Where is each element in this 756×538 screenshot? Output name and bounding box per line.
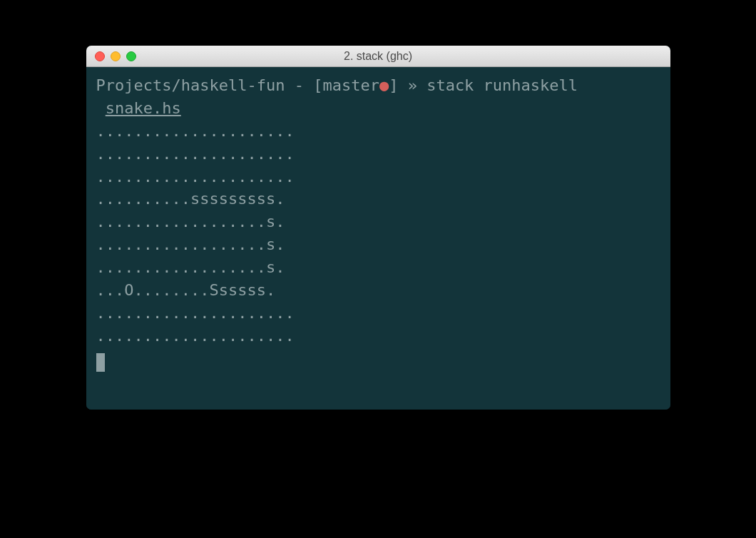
output-row: ..................... — [96, 302, 660, 325]
cursor-icon — [96, 353, 105, 372]
traffic-lights — [86, 51, 136, 61]
prompt-sep: - — [285, 76, 313, 94]
branch-open: [ — [313, 76, 322, 94]
close-icon[interactable] — [95, 51, 105, 61]
indent — [96, 99, 106, 117]
output-row: ..................... — [96, 120, 660, 143]
output-row: ..................s. — [96, 256, 660, 279]
output-row: ...O........Ssssss. — [96, 279, 660, 302]
output-row: ..................s. — [96, 210, 660, 233]
output-row: ..................s. — [96, 233, 660, 256]
branch-close: ] — [389, 76, 398, 94]
minimize-icon[interactable] — [111, 51, 121, 61]
titlebar[interactable]: 2. stack (ghc) — [86, 46, 670, 67]
terminal-window: 2. stack (ghc) Projects/haskell-fun - [m… — [86, 46, 670, 410]
prompt-line: Projects/haskell-fun - [master●] » stack… — [96, 74, 660, 97]
output-row: ..................... — [96, 325, 660, 347]
filename: snake.hs — [106, 99, 181, 117]
prompt-arrow-icon: » — [398, 76, 426, 94]
dirty-indicator-icon: ● — [379, 76, 389, 94]
window-title: 2. stack (ghc) — [86, 50, 670, 63]
branch-name: master — [322, 76, 379, 94]
prompt-path: Projects/haskell-fun — [96, 76, 285, 94]
command-continuation: snake.hs — [96, 97, 660, 120]
output-row: ..........sssssssss. — [96, 188, 660, 210]
command-text: stack runhaskell — [426, 76, 578, 94]
output-row: ..................... — [96, 166, 660, 188]
maximize-icon[interactable] — [126, 51, 136, 61]
cursor-line — [96, 347, 660, 375]
terminal-body[interactable]: Projects/haskell-fun - [master●] » stack… — [86, 67, 670, 410]
output-row: ..................... — [96, 143, 660, 166]
